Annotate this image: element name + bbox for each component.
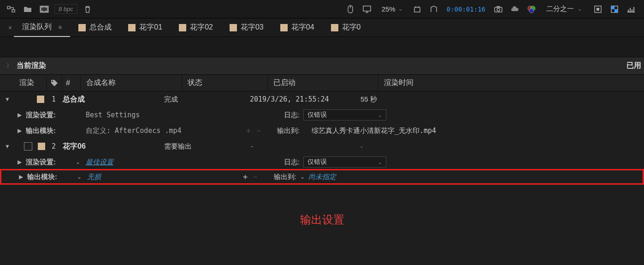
output-to-label: 输出到:	[263, 173, 300, 181]
mouse-icon[interactable]	[344, 4, 357, 15]
expand-arrow-icon[interactable]: 〉	[6, 62, 12, 70]
snapshot-icon[interactable]	[492, 4, 505, 15]
col-comp[interactable]: 合成名称	[80, 75, 182, 91]
chevron-down-icon[interactable]: ⌄	[300, 174, 308, 180]
output-module-label: 输出模块:	[26, 126, 76, 135]
col-tag[interactable]	[46, 75, 62, 91]
svg-point-6	[42, 11, 43, 12]
col-rendertime[interactable]: 渲染时间	[378, 75, 493, 91]
channels-icon[interactable]	[525, 4, 538, 15]
render-settings-row: ▶ 渲染设置: ⌄ 最佳设置 日志: 仅错误 ⌄	[0, 154, 644, 170]
render-settings-label: 渲染设置:	[26, 158, 76, 167]
view-icon[interactable]	[625, 4, 638, 15]
log-label: 日志:	[266, 111, 303, 120]
output-module-label: 输出模块:	[27, 173, 77, 181]
composition-icon	[128, 24, 136, 31]
tab-comp-1[interactable]: 花字01	[120, 18, 171, 37]
transparency-grid-icon[interactable]	[608, 4, 621, 15]
plus-minus-group: ＋ －	[237, 172, 263, 181]
tab-comp-5[interactable]: 花字0	[323, 18, 369, 37]
queue-item-row[interactable]: ▼ 2 花字06 需要输出 - -	[0, 139, 644, 154]
disclosure-closed-icon[interactable]: ▶	[18, 127, 26, 134]
crop-icon[interactable]	[411, 4, 424, 15]
label-swatch[interactable]	[37, 96, 44, 103]
project-flow-icon[interactable]	[5, 4, 18, 15]
composition-icon	[78, 24, 86, 31]
mask-icon[interactable]	[427, 4, 440, 15]
log-dropdown[interactable]: 仅错误 ⌄	[303, 157, 386, 168]
render-checkbox-cell	[13, 96, 49, 103]
zoom-value: 25%	[382, 5, 396, 13]
region-icon[interactable]	[591, 4, 604, 15]
timecode[interactable]: 0:00:01:16	[444, 6, 488, 13]
disclosure-open-icon[interactable]: ▼	[5, 96, 13, 102]
tab-menu-icon[interactable]: ≡	[58, 24, 62, 31]
svg-rect-16	[497, 6, 500, 7]
cloud-icon[interactable]	[508, 4, 521, 15]
svg-rect-23	[611, 6, 614, 9]
item-status: 需要输出	[164, 142, 250, 151]
col-status[interactable]: 状态	[182, 75, 267, 91]
disclosure-closed-icon[interactable]: ▶	[19, 174, 27, 180]
chevron-down-icon: ⌄	[378, 112, 382, 118]
render-checkbox[interactable]	[24, 142, 32, 151]
progress-area	[0, 37, 644, 57]
tab-comp-2[interactable]: 花字02	[171, 18, 221, 37]
col-num[interactable]: #	[62, 75, 80, 91]
trash-icon[interactable]	[81, 4, 94, 15]
remove-output-button[interactable]: －	[254, 126, 263, 135]
monitor-icon[interactable]	[360, 4, 373, 15]
svg-rect-24	[614, 9, 618, 12]
render-checkbox-cell	[13, 142, 49, 151]
log-dropdown[interactable]: 仅错误 ⌄	[303, 109, 386, 120]
chevron-down-icon[interactable]: ⌄	[76, 159, 84, 165]
chevron-down-icon: ⌄	[578, 6, 582, 12]
output-module-value[interactable]: 无损	[85, 173, 237, 181]
tab-comp-4[interactable]: 花字04	[272, 18, 323, 37]
disclosure-closed-icon[interactable]: ▶	[18, 112, 26, 118]
render-settings-row: ▶ 渲染设置: Best Settings 日志: 仅错误 ⌄	[0, 107, 644, 123]
composition-icon[interactable]	[38, 4, 51, 15]
render-settings-value[interactable]: 最佳设置	[84, 158, 241, 167]
current-render-label: 当前渲染	[17, 61, 626, 71]
col-started[interactable]: 已启动	[267, 75, 378, 91]
add-output-button[interactable]: ＋	[241, 172, 250, 181]
chevron-down-icon[interactable]: ⌄	[77, 174, 85, 180]
folder-icon[interactable]	[21, 4, 34, 15]
tab-render-queue[interactable]: 渲染队列 ≡	[14, 18, 70, 37]
item-rendertime: -	[360, 143, 453, 151]
composition-icon	[280, 24, 288, 31]
disclosure-closed-icon[interactable]: ▶	[18, 159, 26, 165]
tab-label: 花字02	[190, 23, 213, 32]
current-render-row[interactable]: 〉 当前渲染 已用	[0, 57, 644, 75]
svg-rect-21	[597, 8, 599, 11]
svg-point-5	[46, 7, 47, 8]
item-started: 2019/3/26, 21:55:24	[250, 95, 360, 103]
zoom-dropdown[interactable]: 25% ⌄	[377, 4, 407, 14]
tab-comp-0[interactable]: 总合成	[70, 18, 120, 37]
svg-rect-13	[414, 7, 420, 12]
col-render[interactable]: 渲染	[0, 75, 46, 91]
output-module-value[interactable]: 自定义: AfterCodecs .mp4	[84, 126, 241, 135]
svg-rect-10	[363, 6, 371, 11]
tab-label: 花字0	[342, 23, 361, 32]
tab-label: 花字01	[139, 23, 162, 32]
tab-label: 花字04	[291, 23, 314, 32]
output-to-value[interactable]: 尚未指定	[308, 173, 336, 181]
resolution-value: 二分之一	[546, 5, 574, 13]
close-tab-icon[interactable]: ×	[8, 24, 12, 31]
log-value: 仅错误	[307, 111, 327, 119]
add-output-button[interactable]: ＋	[244, 126, 253, 135]
resolution-dropdown[interactable]: 二分之一 ⌄	[542, 4, 588, 14]
output-to-label: 输出到:	[266, 126, 303, 135]
label-swatch[interactable]	[38, 143, 45, 150]
bpc-label[interactable]: 8 bpc	[54, 4, 77, 14]
annotation-text: 输出设置	[0, 212, 644, 227]
output-module-row-highlighted: ▶ 输出模块: ⌄ 无损 ＋ － 输出到: ⌄ 尚未指定	[0, 169, 644, 185]
output-to-value[interactable]: 综艺真人秀卡通小清新花字_无水印.mp4	[312, 126, 436, 135]
tab-comp-3[interactable]: 花字03	[221, 18, 272, 37]
render-settings-value[interactable]: Best Settings	[84, 111, 241, 119]
queue-item-row[interactable]: ▼ 1 总合成 完成 2019/3/26, 21:55:24 55 秒	[0, 91, 644, 107]
remove-output-button[interactable]: －	[251, 172, 260, 181]
disclosure-open-icon[interactable]: ▼	[5, 143, 13, 150]
